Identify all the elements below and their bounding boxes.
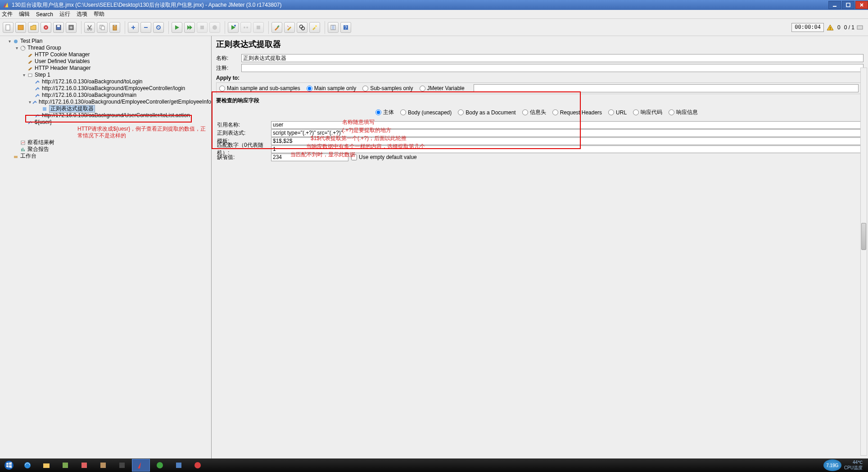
- tree-req1[interactable]: http://172.16.0.130/oaBackground/toLogin: [42, 78, 143, 85]
- tree-user-sampler[interactable]: ${user}: [35, 119, 52, 126]
- name-input[interactable]: [241, 54, 863, 62]
- tree-req2[interactable]: http://172.16.0.130/oaBackground/Employe…: [42, 85, 185, 92]
- help-button[interactable]: ?: [340, 22, 351, 33]
- save-button[interactable]: [53, 22, 64, 33]
- svg-rect-3: [18, 25, 23, 30]
- start-button[interactable]: [0, 458, 18, 472]
- window-minimize-button[interactable]: [828, 1, 841, 9]
- task-app1-icon[interactable]: [56, 459, 74, 472]
- task-jmeter-running[interactable]: [132, 459, 150, 472]
- start-button[interactable]: [172, 22, 182, 33]
- apply-sub-radio[interactable]: Sub-samples only: [362, 85, 413, 91]
- toggle-icon[interactable]: ▾: [22, 72, 26, 78]
- toggle-icon[interactable]: ▾: [7, 38, 12, 45]
- rb-body-unescaped[interactable]: Body (unescaped): [400, 109, 452, 116]
- use-empty-checkbox[interactable]: Use empty default value: [351, 154, 417, 160]
- tree-header-mgr[interactable]: HTTP Header Manager: [35, 65, 91, 72]
- jmeter-var-input[interactable]: [474, 84, 859, 92]
- tree-agg-report[interactable]: 聚合报告: [27, 146, 49, 153]
- rb-code[interactable]: 响应代码: [633, 109, 662, 116]
- menu-help[interactable]: 帮助: [94, 10, 104, 18]
- comment-input[interactable]: [241, 64, 863, 72]
- copy-button[interactable]: [97, 22, 108, 33]
- open-button[interactable]: [28, 22, 39, 33]
- test-plan-tree[interactable]: ▾Test Plan ▾Thread Group HTTP Cookie Man…: [0, 36, 212, 458]
- paste-button[interactable]: [109, 22, 120, 33]
- toggle-icon[interactable]: ▾: [14, 45, 19, 51]
- task-app4-icon[interactable]: [113, 459, 131, 472]
- new-button[interactable]: [3, 22, 14, 33]
- search-button[interactable]: [297, 22, 307, 33]
- close-button[interactable]: [41, 22, 51, 33]
- cut-button[interactable]: [84, 22, 95, 33]
- svg-point-24: [315, 25, 317, 27]
- tree-thread-group[interactable]: Thread Group: [27, 45, 61, 51]
- template-input[interactable]: [271, 137, 863, 145]
- rb-req-headers[interactable]: Request Headers: [552, 109, 602, 116]
- tree-req3[interactable]: http://172.16.0.130/oaBackground/main: [42, 92, 136, 99]
- menu-edit[interactable]: 编辑: [19, 10, 30, 18]
- menu-run[interactable]: 运行: [59, 10, 70, 18]
- svg-rect-38: [14, 156, 18, 158]
- templates-button[interactable]: [15, 22, 26, 33]
- task-ie-icon[interactable]: [18, 459, 36, 472]
- window-maximize-button[interactable]: [842, 1, 854, 9]
- task-app3-icon[interactable]: [94, 459, 112, 472]
- jmeter-icon: [3, 2, 9, 8]
- ref-name-input[interactable]: [271, 121, 863, 129]
- tree-cookie-mgr[interactable]: HTTP Cookie Manager: [35, 51, 90, 58]
- tree-workbench[interactable]: 工作台: [20, 153, 36, 159]
- rb-headers[interactable]: 信息头: [522, 109, 546, 116]
- warning-icon[interactable]: !: [827, 24, 834, 31]
- task-app7-icon[interactable]: [189, 459, 207, 472]
- stop-button[interactable]: [197, 22, 208, 33]
- toggle-button[interactable]: [153, 22, 164, 33]
- match-no-input[interactable]: [271, 145, 863, 153]
- scrollbar[interactable]: [860, 68, 867, 456]
- tree-regex-extractor[interactable]: 正则表达式提取器: [49, 105, 95, 113]
- tree-req4[interactable]: http://172.16.0.130/oaBackground/Employe…: [39, 99, 211, 105]
- task-explorer-icon[interactable]: [37, 459, 55, 472]
- svg-point-9: [90, 28, 92, 30]
- function-helper-button[interactable]: [328, 22, 339, 33]
- shutdown-button[interactable]: [209, 22, 220, 33]
- memory-badge[interactable]: 7.19G: [823, 459, 841, 471]
- tree-user-vars[interactable]: User Defined Variables: [35, 58, 90, 65]
- save-as-button[interactable]: [66, 22, 77, 33]
- tree-annotation: HTTP请求改成${uesr}，例子查看正则提取的数值，正常情况下不是这样的: [77, 126, 208, 139]
- rb-msg[interactable]: 响应信息: [669, 109, 698, 116]
- collapse-button[interactable]: [140, 22, 151, 33]
- remote-stop-button[interactable]: [253, 22, 264, 33]
- tree-step1[interactable]: Step 1: [35, 72, 50, 78]
- reset-search-button[interactable]: [309, 22, 320, 33]
- tree-view-results[interactable]: 察看结果树: [27, 139, 54, 146]
- clear-all-button[interactable]: [284, 22, 295, 33]
- remote-start-button[interactable]: [228, 22, 239, 33]
- apply-main-radio[interactable]: Main sample only: [307, 85, 356, 91]
- menu-search[interactable]: Search: [36, 11, 53, 18]
- scrollbar-thumb[interactable]: [861, 223, 866, 250]
- rb-url[interactable]: URL: [608, 109, 627, 116]
- remote-start-all-button[interactable]: [240, 22, 251, 33]
- tree-req5[interactable]: http://172.16.0.130/oaBackground/UserCon…: [42, 112, 190, 119]
- apply-main-sub-radio[interactable]: Main sample and sub-samples: [219, 85, 300, 91]
- svg-rect-20: [257, 26, 260, 29]
- apply-var-radio[interactable]: JMeter Variable: [420, 85, 465, 91]
- default-input[interactable]: [271, 154, 348, 161]
- start-no-pause-button[interactable]: [184, 22, 195, 33]
- window-close-button[interactable]: [855, 1, 868, 9]
- task-app6-icon[interactable]: [170, 459, 188, 472]
- rb-body-doc[interactable]: Body as a Document: [458, 109, 515, 116]
- menu-file[interactable]: 文件: [2, 10, 13, 18]
- task-app5-icon[interactable]: [151, 459, 169, 472]
- tree-test-plan[interactable]: Test Plan: [20, 38, 42, 45]
- toggle-icon[interactable]: ▾: [29, 99, 31, 105]
- clear-button[interactable]: [271, 22, 282, 33]
- controller-icon: [27, 72, 33, 78]
- regex-input[interactable]: [271, 129, 863, 137]
- svg-rect-11: [101, 26, 104, 30]
- expand-button[interactable]: [128, 22, 139, 33]
- rb-body[interactable]: 主体: [375, 109, 394, 116]
- task-app2-icon[interactable]: [75, 459, 93, 472]
- menu-options[interactable]: 选项: [77, 10, 87, 18]
